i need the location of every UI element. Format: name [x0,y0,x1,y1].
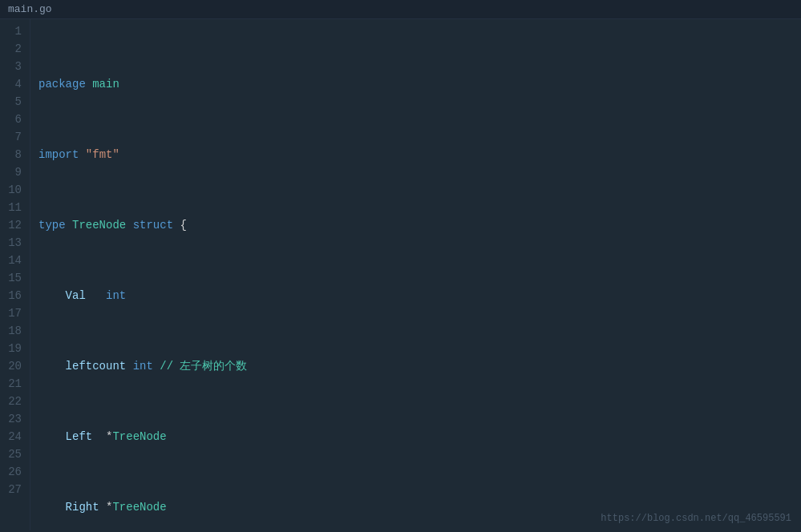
code-area: package main import "fmt" type TreeNode … [30,19,801,530]
code-line-2: import "fmt" [38,146,793,163]
code-line-3: type TreeNode struct { [38,216,793,234]
blog-url: https://blog.csdn.net/qq_46595591 [601,513,791,524]
code-container: 1 2 3 4 5 6 7 8 9 10 11 12 13 14 15 16 1… [0,19,801,530]
code-line-1: package main [38,75,793,93]
code-line-4: Val int [38,287,793,304]
file-title: main.go [8,3,52,15]
title-bar: main.go [0,0,801,19]
code-line-5: leftcount int // 左子树的个数 [38,357,793,375]
line-numbers: 1 2 3 4 5 6 7 8 9 10 11 12 13 14 15 16 1… [0,19,30,530]
code-line-6: Left *TreeNode [38,428,793,445]
